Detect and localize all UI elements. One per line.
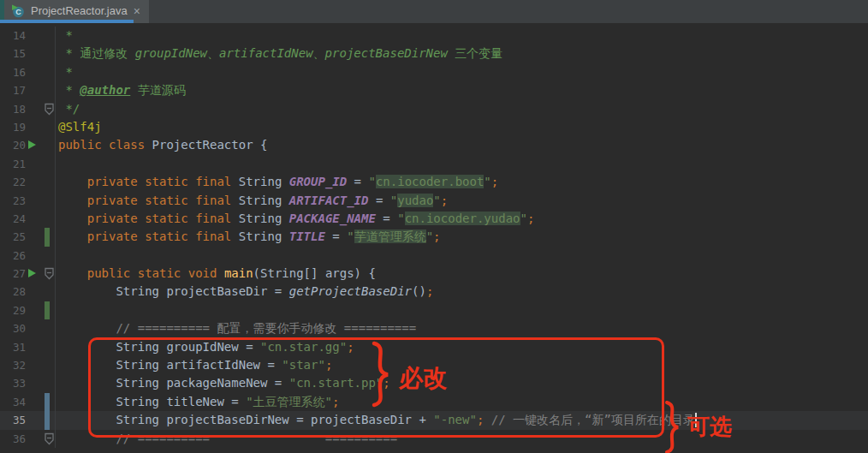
code-text: public class ProjectReactor {	[56, 136, 267, 154]
line-number: 33	[0, 374, 26, 392]
code-token: projectBaseDirNew	[325, 46, 448, 60]
code-token: private static final	[87, 212, 239, 225]
fold-marker-icon[interactable]	[44, 432, 55, 446]
code-text: private static final String ARTIFACT_ID …	[56, 192, 448, 210]
code-token: "	[397, 212, 404, 225]
vcs-change-marker[interactable]	[45, 393, 50, 411]
line-number: 21	[0, 155, 26, 173]
fold-marker-icon[interactable]	[44, 102, 55, 116]
code-line: 18 */	[0, 100, 868, 118]
code-token: =	[368, 194, 389, 207]
gutter-icons	[26, 338, 55, 356]
code-line: 25 private static final String TITLE = "…	[0, 228, 868, 246]
code-line: 23 private static final String ARTIFACT_…	[0, 192, 868, 210]
code-token: 、	[313, 46, 325, 60]
vcs-change-marker[interactable]	[45, 228, 50, 246]
code-token: String projectBaseDir =	[58, 284, 289, 298]
code-line: 28 String projectBaseDir = getProjectBas…	[0, 283, 868, 301]
gutter: 21	[0, 155, 56, 173]
code-token: // ========== 配置，需要你手动修改 ==========	[116, 321, 416, 335]
code-line: 36 // ========== ==========	[0, 430, 868, 448]
gutter-icons	[26, 136, 55, 154]
gutter: 32	[0, 356, 56, 374]
gutter-icons	[26, 63, 55, 81]
gutter-icons	[26, 374, 55, 392]
code-line: 17 * @author 芋道源码	[0, 81, 868, 99]
code-token: private static final	[87, 229, 239, 243]
gutter: 36	[0, 430, 56, 448]
code-token: "cn.star.gg"	[260, 340, 347, 354]
text-caret	[695, 413, 697, 427]
code-token: @author	[80, 83, 130, 97]
line-number: 17	[0, 81, 26, 99]
code-line: 33 String packageNameNew = "cn.start.pp"…	[0, 374, 868, 392]
run-icon[interactable]	[28, 140, 36, 149]
code-token: "cn.start.pp"	[289, 376, 383, 390]
code-line: 26	[0, 247, 868, 265]
fold-marker-icon[interactable]	[44, 266, 55, 281]
gutter-icons	[26, 356, 55, 374]
code-token: PACKAGE_NAME	[289, 212, 376, 225]
gutter-icons	[26, 118, 55, 136]
gutter: 15	[0, 45, 56, 63]
code-token: ()	[412, 284, 426, 298]
tab-title: ProjectReactor.java	[31, 4, 128, 17]
line-number: 19	[0, 118, 26, 136]
gutter: 25	[0, 228, 56, 246]
gutter-icons	[26, 283, 55, 301]
code-token: * 通过修改	[58, 46, 135, 60]
code-token: "	[390, 194, 397, 207]
gutter: 16	[0, 63, 56, 81]
tab-close-icon[interactable]: ×	[134, 5, 140, 17]
code-text: String titleNew = "土豆管理系统";	[56, 393, 339, 411]
line-number: 18	[0, 100, 26, 118]
code-token: artifactIdNew	[219, 46, 313, 60]
vcs-change-marker[interactable]	[45, 411, 50, 429]
code-token: String	[239, 194, 289, 207]
code-line: 16 *	[0, 63, 868, 81]
line-number: 30	[0, 319, 26, 337]
code-token	[58, 432, 116, 445]
line-number: 23	[0, 192, 26, 210]
code-text	[56, 155, 58, 173]
gutter: 23	[0, 192, 56, 210]
code-text: // ========== 配置，需要你手动修改 ==========	[56, 319, 416, 337]
code-token: ARTIFACT_ID	[289, 194, 369, 207]
gutter: 17	[0, 81, 56, 99]
gutter-icons	[26, 100, 55, 118]
code-text: * 通过修改 groupIdNew、artifactIdNew、projectB…	[56, 45, 502, 63]
code-token: *	[58, 65, 73, 79]
code-token: String	[239, 229, 289, 243]
vcs-change-marker[interactable]	[45, 301, 50, 319]
code-token: "土豆管理系统"	[246, 395, 332, 408]
code-token: private static final	[87, 175, 239, 188]
gutter-icons	[26, 45, 55, 63]
code-token	[58, 321, 116, 335]
code-editor[interactable]: 14 *15 * 通过修改 groupIdNew、artifactIdNew、p…	[0, 23, 868, 453]
gutter-icons	[26, 319, 55, 337]
code-token: 芋道管理系统	[354, 229, 426, 243]
code-line: 29	[0, 301, 868, 319]
code-token: "star"	[282, 358, 325, 372]
code-token: String projectBaseDirNew = projectBaseDi…	[58, 413, 433, 426]
gutter: 28	[0, 283, 56, 301]
code-token: private static final	[87, 194, 239, 207]
run-icon[interactable]	[28, 269, 36, 277]
gutter-icons	[26, 27, 55, 45]
code-line: 35 String projectBaseDirNew = projectBas…	[0, 411, 868, 429]
code-token	[58, 175, 87, 188]
code-token: yudao	[397, 194, 433, 207]
code-token: "	[484, 175, 490, 188]
line-number: 29	[0, 301, 26, 319]
code-text: private static final String TITLE = "芋道管…	[56, 228, 441, 246]
code-token: groupIdNew	[135, 46, 207, 60]
code-token: ;	[441, 194, 448, 207]
code-text: String packageNameNew = "cn.start.pp";	[56, 374, 390, 392]
gutter-icons	[26, 192, 55, 210]
code-token: String artifactIdNew =	[58, 358, 282, 372]
gutter: 24	[0, 210, 56, 228]
svg-text:C: C	[15, 8, 21, 16]
java-class-icon: C	[11, 4, 25, 18]
code-text: @Slf4j	[56, 118, 102, 136]
line-number: 25	[0, 228, 26, 246]
